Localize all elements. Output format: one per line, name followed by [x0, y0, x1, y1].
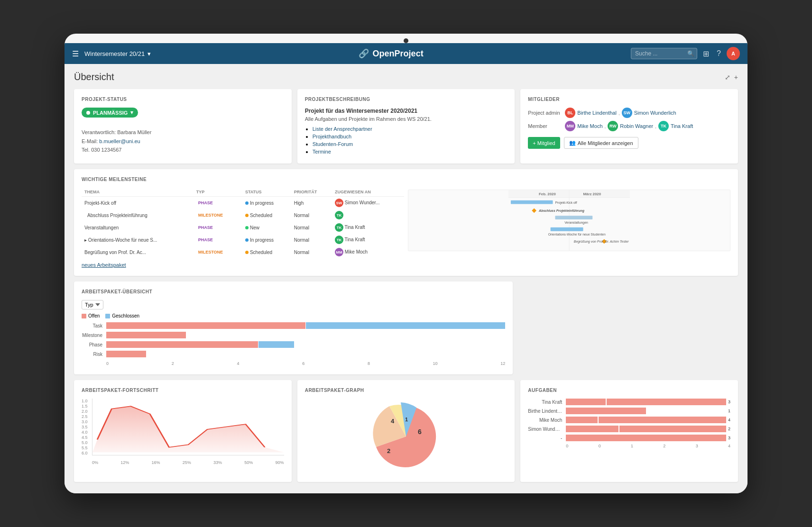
status-info: Verantwortlich: Barbara Müller E-Mail: b…	[82, 128, 284, 154]
legend-closed-color	[105, 314, 110, 318]
fortschritt-card: ARBEITSPAKET-FORTSCHRITT 6.0 5.5 5.0 4.5…	[74, 380, 292, 482]
svg-text:Abschluss Projekteinführung: Abschluss Projekteinführung	[538, 209, 585, 213]
svg-text:2: 2	[387, 447, 390, 454]
projektbeschreibung-title: PROJEKTBESCHREIBUNG	[305, 97, 508, 102]
cell-prio: Normal	[291, 234, 332, 246]
svg-rect-5	[511, 200, 553, 204]
add-widget-icon[interactable]: +	[734, 73, 738, 81]
project-selector[interactable]: Wintersemester 20/21 ▾	[84, 50, 151, 57]
svg-text:Feb. 2020: Feb. 2020	[539, 192, 556, 196]
svg-rect-11	[551, 227, 583, 231]
bar-row-risk: Risk	[82, 351, 505, 357]
mitglieder-card: MITGLIEDER Project admin BL Birthe Linde…	[520, 89, 738, 164]
table-row[interactable]: ▸ Orientations-Woche für neue S... PHASE…	[82, 234, 404, 246]
grid-icon[interactable]: ⊞	[701, 47, 711, 60]
meilensteine-title: WICHTIGE MEILENSTEINE	[82, 177, 730, 182]
link-termine[interactable]: Termine	[313, 149, 331, 154]
y-axis: 6.0 5.5 5.0 4.5 4.0 3.5 3.0 2.5 2.0 1.5 …	[82, 399, 91, 455]
aufg-row-simon: Simon Wunderlich 2	[528, 426, 730, 432]
nav-brand: 🔗 OpenProject	[151, 48, 631, 59]
search-icon: 🔍	[687, 50, 694, 57]
new-work-item-link[interactable]: neues Arbeitspaket	[82, 262, 126, 268]
expand-icon[interactable]: ⤢	[725, 73, 730, 81]
admin-avatars: BL Birthe Lindenthal , SW Simon Wunderli…	[565, 108, 676, 118]
aufg-bar-mike-2	[599, 417, 726, 423]
help-icon[interactable]: ?	[715, 47, 723, 60]
page-header: Übersicht ⤢ +	[74, 72, 738, 82]
cell-prio: Normal	[291, 221, 332, 234]
page-content: Übersicht ⤢ + PROJEKT-STATUS PLANMÄSSIG …	[65, 64, 747, 493]
link-ansprechpartner[interactable]: Liste der Ansprechpartner	[313, 126, 372, 132]
cell-thema: Abschluss Projekteinführung	[82, 209, 194, 221]
member-avatars: MM Mike Moch , RW Robin Wagner , TK Tina…	[565, 121, 693, 131]
members-icon: 👥	[569, 140, 576, 146]
aufg-bar-birthe-1	[566, 408, 646, 414]
members-section: Project admin BL Birthe Lindenthal , SW …	[528, 108, 730, 131]
avatar-robin[interactable]: RW	[608, 121, 618, 131]
add-member-button[interactable]: + Mitglied	[528, 137, 560, 149]
fortschritt-title: ARBEITSPAKET-FORTSCHRITT	[82, 388, 284, 393]
legend-closed: Geschlossen	[105, 313, 139, 318]
project-dropdown-icon: ▾	[148, 50, 151, 57]
projektbeschreibung-card: PROJEKTBESCHREIBUNG Projekt für das Wint…	[297, 89, 515, 164]
avatar-simon[interactable]: SW	[622, 108, 632, 118]
bar-x-axis: 0 2 4 6 8 10 12	[106, 360, 505, 367]
avatar-birthe[interactable]: BL	[565, 108, 575, 118]
aufg-row-mike: Mike Moch 4	[528, 417, 730, 423]
graph-title: ARBEITSPAKET-GRAPH	[305, 388, 508, 393]
projekt-status-card: PROJEKT-STATUS PLANMÄSSIG ▾ Verantwortli…	[74, 89, 292, 164]
milestone-table: THEMA TYP STATUS PRIORITÄT ZUGEWIESEN AN…	[82, 188, 404, 258]
graph-card: ARBEITSPAKET-GRAPH 6	[297, 380, 515, 482]
aufg-bar-simon-1	[566, 426, 618, 432]
wp-legend: Offen Geschlossen	[82, 313, 505, 318]
link-handbuch[interactable]: Projekthandbuch	[313, 134, 352, 139]
top-nav: ☰ Wintersemester 20/21 ▾ 🔗 OpenProject 🔍…	[65, 43, 747, 64]
member-name-birthe[interactable]: Birthe Lindenthal	[577, 110, 617, 116]
cell-status: Scheduled	[242, 246, 291, 258]
svg-text:Projekt-Kick off: Projekt-Kick off	[555, 201, 577, 205]
bar-risk-open	[106, 351, 146, 357]
avatar-mike[interactable]: MM	[565, 121, 575, 131]
svg-rect-9	[555, 216, 592, 219]
cell-thema: Projekt-Kick off	[82, 197, 194, 209]
cell-thema: Veranstaltungen	[82, 221, 194, 234]
cell-prio: High	[291, 197, 332, 209]
email-link[interactable]: b.mueller@uni.eu	[99, 138, 140, 144]
aufg-row-tina: Tina Kraft 3	[528, 399, 730, 405]
aufg-row-birthe: Birthe Lindenthal 1	[528, 408, 730, 414]
table-row[interactable]: Begrüßung von Prof. Dr. Ac... MILESTONE …	[82, 246, 404, 258]
link-forum[interactable]: Studenten-Forum	[313, 141, 353, 147]
col-thema: THEMA	[82, 188, 194, 197]
typ-select[interactable]: Typ	[82, 300, 103, 309]
cell-prio: Normal	[291, 209, 332, 221]
aufg-bar-simon-2	[619, 426, 726, 432]
cell-typ: MILESTONE	[194, 246, 242, 258]
milestone-table-section: THEMA TYP STATUS PRIORITÄT ZUGEWIESEN AN…	[82, 188, 404, 268]
bar-row-task: Task	[82, 322, 505, 329]
svg-text:6: 6	[418, 428, 422, 436]
aufg-row-dash: - 3	[528, 435, 730, 441]
bar-row-phase: Phase	[82, 341, 505, 348]
status-badge[interactable]: PLANMÄSSIG ▾	[82, 108, 138, 118]
avatar[interactable]: A	[727, 47, 740, 60]
member-name-mike[interactable]: Mike Moch	[577, 123, 602, 129]
svg-text:Begrüßung von Prof. Dr. Achim : Begrüßung von Prof. Dr. Achim Tester	[574, 240, 629, 244]
all-members-button[interactable]: 👥 Alle Mitglieder anzeigen	[564, 137, 638, 149]
page-header-actions: ⤢ +	[725, 73, 738, 81]
gantt-svg: Feb. 2020 März 2020 Projekt-Kick off	[408, 190, 730, 251]
proj-desc-subtitle: Alle Aufgaben und Projekte im Rahmen des…	[305, 116, 508, 122]
cell-prio: Normal	[291, 246, 332, 258]
col-prioritaet: PRIORITÄT	[291, 188, 332, 197]
svg-text:Veranstaltungen: Veranstaltungen	[564, 221, 588, 225]
table-row[interactable]: Projekt-Kick off PHASE In progress High …	[82, 197, 404, 209]
hamburger-icon[interactable]: ☰	[72, 49, 79, 58]
table-row[interactable]: Abschluss Projekteinführung MILESTONE Sc…	[82, 209, 404, 221]
member-name-tina[interactable]: Tina Kraft	[671, 123, 693, 129]
table-row[interactable]: Veranstaltungen PHASE New Normal TK Tina…	[82, 221, 404, 234]
member-name-simon[interactable]: Simon Wunderlich	[634, 110, 676, 116]
arbeitspaket-uebersicht-title: ARBEITSPAKET-ÜBERSICHT	[82, 289, 505, 294]
avatar-tina[interactable]: TK	[658, 121, 669, 131]
bar-phase-closed	[258, 341, 295, 348]
member-name-robin[interactable]: Robin Wagner	[620, 123, 653, 129]
aufgaben-title: AUFGABEN	[528, 388, 730, 393]
